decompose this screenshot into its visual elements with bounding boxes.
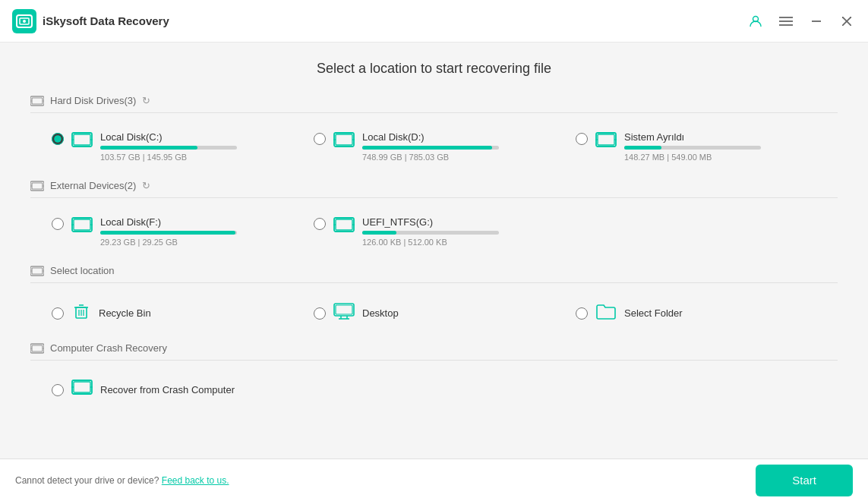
drive-item-f[interactable]: Local Disk(F:) 29.23 GB | 29.25 GB — [46, 210, 298, 253]
crash-recovery-section: Computer Crash Recovery Recover from Cra… — [30, 342, 838, 406]
drive-bar-fill-sistem — [624, 146, 661, 150]
drive-icon-d — [333, 131, 355, 153]
desktop-icon — [333, 302, 355, 323]
svg-rect-55 — [32, 345, 43, 351]
location-item-desktop[interactable]: Desktop — [308, 295, 560, 330]
svg-point-3 — [23, 20, 26, 23]
drive-size-f: 29.23 GB | 29.25 GB — [100, 238, 292, 247]
main-content: Select a location to start recovering fi… — [0, 43, 868, 458]
close-button[interactable] — [838, 12, 856, 30]
location-item-recycle[interactable]: Recycle Bin — [46, 295, 298, 330]
crash-recovery-icon — [71, 379, 93, 400]
external-section-icon — [30, 181, 44, 191]
drive-icon-g — [333, 216, 355, 238]
drive-radio-f[interactable] — [52, 218, 64, 230]
svg-rect-36 — [336, 219, 352, 230]
notice-text: Cannot detect your drive or device? — [15, 475, 159, 486]
drive-icon-c — [71, 131, 93, 153]
menu-button[interactable] — [777, 12, 795, 30]
location-radio-folder[interactable] — [576, 307, 588, 320]
svg-rect-28 — [32, 183, 43, 189]
feedback-link[interactable]: Feed back to us. — [162, 475, 229, 486]
svg-rect-58 — [72, 380, 92, 394]
drive-icon-f — [71, 216, 93, 238]
external-header: External Devices(2) ↻ — [30, 180, 838, 198]
drive-item-g[interactable]: UEFI_NTFS(G:) 126.00 KB | 512.00 KB — [308, 210, 560, 253]
svg-rect-35 — [334, 218, 354, 232]
bottom-notice: Cannot detect your drive or device? Feed… — [15, 475, 756, 486]
select-location-header: Select location — [30, 265, 838, 283]
app-title: iSkysoft Data Recovery — [43, 14, 169, 27]
drive-info-d: Local Disk(D:) 748.99 GB | 785.03 GB — [362, 131, 554, 162]
crash-recovery-section-icon — [30, 343, 44, 354]
hard-disk-refresh-icon[interactable]: ↻ — [142, 95, 150, 106]
crash-recovery-grid: Recover from Crash Computer — [30, 373, 838, 406]
drive-size-c: 103.57 GB | 145.95 GB — [100, 153, 292, 162]
drive-radio-sistem[interactable] — [576, 133, 588, 145]
hard-disk-header: Hard Disk Drives(3) ↻ — [30, 95, 838, 113]
desktop-label: Desktop — [362, 307, 399, 319]
drive-icon-sistem — [595, 131, 617, 153]
folder-icon — [595, 302, 617, 323]
drive-bar-bg-f — [100, 231, 237, 235]
svg-rect-16 — [74, 134, 90, 145]
drive-item-d[interactable]: Local Disk(D:) 748.99 GB | 785.03 GB — [308, 125, 560, 168]
hard-disk-section: Hard Disk Drives(3) ↻ Local Disk(C:) — [30, 95, 838, 168]
select-location-section: Select location Recycle Bin — [30, 265, 838, 330]
drive-radio-d[interactable] — [314, 133, 326, 145]
external-grid: Local Disk(F:) 29.23 GB | 29.25 GB — [30, 210, 838, 253]
crash-recovery-header: Computer Crash Recovery — [30, 342, 838, 361]
external-title: External Devices(2) — [50, 180, 136, 191]
svg-rect-12 — [32, 98, 43, 104]
drive-bar-fill-g — [362, 231, 396, 235]
drive-name-f: Local Disk(F:) — [100, 216, 292, 228]
drive-size-sistem: 148.27 MB | 549.00 MB — [624, 153, 816, 162]
drive-bar-fill-d — [362, 146, 492, 150]
crash-computer-label: Recover from Crash Computer — [100, 384, 235, 395]
svg-rect-24 — [598, 134, 614, 145]
location-radio-desktop[interactable] — [314, 307, 326, 320]
drive-name-sistem: Sistem Ayrıldı — [624, 131, 816, 143]
select-location-title: Select location — [50, 265, 115, 276]
drive-item-sistem[interactable]: Sistem Ayrıldı 148.27 MB | 549.00 MB — [570, 125, 822, 168]
hard-disk-title: Hard Disk Drives(3) — [50, 95, 136, 106]
drive-bar-bg-sistem — [624, 146, 761, 150]
drive-radio-g[interactable] — [314, 218, 326, 230]
location-radio-recycle[interactable] — [52, 307, 64, 320]
drive-radio-c[interactable] — [52, 133, 64, 145]
recycle-bin-icon — [71, 301, 91, 324]
drive-info-g: UEFI_NTFS(G:) 126.00 KB | 512.00 KB — [362, 216, 554, 247]
app-logo-icon — [12, 9, 36, 33]
drive-bar-fill-c — [100, 146, 197, 150]
menu-icon — [779, 16, 793, 27]
drive-bar-fill-f — [100, 231, 235, 235]
page-title: Select a location to start recovering fi… — [30, 61, 838, 77]
hard-disk-grid: Local Disk(C:) 103.57 GB | 145.95 GB — [30, 125, 838, 168]
hdd-section-icon — [30, 96, 44, 106]
drive-bar-bg-g — [362, 231, 499, 235]
drive-info-c: Local Disk(C:) 103.57 GB | 145.95 GB — [100, 131, 292, 162]
external-section: External Devices(2) ↻ Local Disk(F:) — [30, 180, 838, 253]
recycle-bin-label: Recycle Bin — [99, 307, 151, 319]
drive-bar-bg-d — [362, 146, 499, 150]
svg-rect-20 — [336, 134, 352, 145]
crash-recovery-title: Computer Crash Recovery — [50, 342, 167, 354]
drive-name-d: Local Disk(D:) — [362, 131, 554, 143]
drive-size-d: 748.99 GB | 785.03 GB — [362, 153, 554, 162]
user-button[interactable] — [746, 12, 765, 30]
svg-rect-40 — [32, 268, 43, 274]
user-icon — [749, 14, 762, 28]
drive-info-sistem: Sistem Ayrıldı 148.27 MB | 549.00 MB — [624, 131, 816, 162]
drive-item-c[interactable]: Local Disk(C:) 103.57 GB | 145.95 GB — [46, 125, 298, 168]
app-logo: iSkysoft Data Recovery — [12, 9, 169, 33]
drive-name-g: UEFI_NTFS(G:) — [362, 216, 554, 228]
location-item-crash[interactable]: Recover from Crash Computer — [46, 373, 298, 406]
select-location-icon — [30, 266, 44, 276]
minimize-button[interactable] — [807, 12, 825, 30]
location-item-folder[interactable]: Select Folder — [570, 295, 822, 330]
bottom-bar: Cannot detect your drive or device? Feed… — [0, 458, 868, 501]
start-button[interactable]: Start — [756, 465, 853, 496]
external-refresh-icon[interactable]: ↻ — [142, 180, 150, 191]
svg-rect-53 — [336, 305, 352, 314]
location-radio-crash[interactable] — [52, 384, 64, 396]
